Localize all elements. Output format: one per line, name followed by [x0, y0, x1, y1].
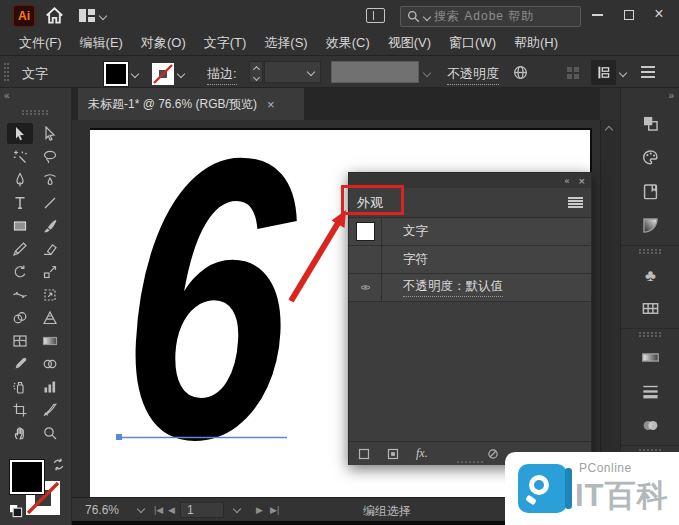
- swatches-book-panel-icon[interactable]: [635, 178, 665, 204]
- first-artboard-icon[interactable]: |◀: [154, 505, 163, 515]
- control-panel-menu-icon[interactable]: [641, 66, 655, 78]
- magic-wand-tool[interactable]: [7, 146, 33, 167]
- pen-tool[interactable]: [7, 169, 33, 190]
- arrange-documents-chevron-icon[interactable]: [99, 12, 107, 20]
- hand-tool[interactable]: [7, 422, 33, 443]
- default-fill-stroke-icon[interactable]: [8, 503, 23, 518]
- blend-tool[interactable]: [37, 353, 63, 374]
- document-tab-close-icon[interactable]: ×: [267, 97, 275, 112]
- panel-close-icon[interactable]: ×: [579, 175, 585, 187]
- search-scope-chevron-icon[interactable]: [423, 12, 431, 20]
- perspective-grid-tool[interactable]: [37, 307, 63, 328]
- artboard-tool[interactable]: [7, 399, 33, 420]
- swap-fill-stroke-icon[interactable]: [50, 456, 67, 473]
- gradient-bar-panel-icon[interactable]: [635, 344, 665, 370]
- menu-effect[interactable]: 效果(C): [317, 34, 379, 52]
- add-effect-icon[interactable]: fx.: [416, 446, 428, 461]
- menu-object[interactable]: 对象(O): [132, 34, 195, 52]
- direct-selection-tool[interactable]: [37, 123, 63, 144]
- new-stroke-icon[interactable]: [358, 448, 370, 460]
- last-artboard-icon[interactable]: ▶|: [270, 505, 279, 515]
- curvature-tool[interactable]: [37, 169, 63, 190]
- prev-artboard-icon[interactable]: ◀: [168, 505, 175, 515]
- rotate-tool[interactable]: [7, 261, 33, 282]
- document-layout-icon[interactable]: [366, 8, 385, 23]
- menu-select[interactable]: 选择(S): [255, 34, 316, 52]
- appearance-row-opacity[interactable]: 不透明度：默认值: [349, 274, 591, 302]
- zoom-chevron-icon[interactable]: [137, 505, 145, 513]
- stroke-weight-dropdown[interactable]: [264, 61, 321, 83]
- zoom-tool[interactable]: [37, 422, 63, 443]
- appearance-row-characters[interactable]: 字符: [349, 246, 591, 274]
- fill-color-swatch[interactable]: [104, 62, 128, 86]
- transparency-panel-icon[interactable]: [635, 412, 665, 438]
- vertical-scrollbar[interactable]: [600, 120, 620, 497]
- dock-collapse-icon[interactable]: »: [668, 90, 673, 101]
- watermark-brand: PConline: [579, 461, 632, 475]
- eyedropper-tool[interactable]: [7, 353, 33, 374]
- arrange-documents-icon[interactable]: [79, 9, 95, 22]
- artboard-number-box[interactable]: 1: [180, 502, 224, 518]
- help-search-input[interactable]: 搜索 Adobe 帮助: [400, 6, 581, 27]
- menu-file[interactable]: 文件(F): [10, 34, 71, 52]
- clear-appearance-icon[interactable]: [487, 448, 499, 460]
- appearance-row-text[interactable]: 文字: [349, 218, 591, 246]
- stroke-color-swatch[interactable]: [152, 63, 174, 85]
- home-icon[interactable]: [45, 6, 64, 25]
- stroke-weight-label[interactable]: 描边:: [207, 65, 237, 85]
- artboard-chevron-icon[interactable]: [233, 505, 241, 513]
- dock-separator: [621, 245, 679, 254]
- next-artboard-icon[interactable]: ▶: [256, 505, 263, 515]
- scale-tool[interactable]: [37, 261, 63, 282]
- shape-builder-tool[interactable]: [7, 307, 33, 328]
- opacity-link[interactable]: 不透明度: [447, 65, 499, 85]
- gradient-wedge-panel-icon[interactable]: [635, 212, 665, 238]
- gradient-tool[interactable]: [37, 330, 63, 351]
- selection-tool[interactable]: [7, 123, 33, 144]
- visibility-eye-icon[interactable]: [358, 282, 373, 293]
- lasso-tool[interactable]: [37, 146, 63, 167]
- document-tab-bar: 未标题-1* @ 76.6% (RGB/预览) ×: [72, 88, 600, 120]
- zoom-level[interactable]: 76.6%: [85, 503, 119, 517]
- panel-collapse-icon[interactable]: «: [565, 176, 569, 186]
- document-tab[interactable]: 未标题-1* @ 76.6% (RGB/预览) ×: [78, 88, 304, 120]
- stroke-lines-panel-icon[interactable]: [635, 378, 665, 404]
- close-button[interactable]: ×: [648, 4, 670, 24]
- control-bar-grip[interactable]: [4, 63, 9, 81]
- new-fill-icon[interactable]: [387, 448, 399, 460]
- text-fill-swatch[interactable]: [356, 222, 375, 241]
- symbols-panel-icon[interactable]: ♣: [635, 261, 665, 287]
- eraser-tool[interactable]: [37, 238, 63, 259]
- menu-help[interactable]: 帮助(H): [505, 34, 567, 52]
- swatch-grid-panel-icon[interactable]: [635, 295, 665, 321]
- menu-edit[interactable]: 编辑(E): [71, 34, 132, 52]
- panel-menu-icon[interactable]: [568, 197, 583, 208]
- recolor-artwork-icon[interactable]: [512, 64, 529, 81]
- menu-view[interactable]: 视图(V): [379, 34, 440, 52]
- pathfinder-panel-icon[interactable]: [635, 110, 665, 136]
- symbol-sprayer-tool[interactable]: [7, 376, 33, 397]
- rectangle-tool[interactable]: [7, 215, 33, 236]
- mesh-tool[interactable]: [7, 330, 33, 351]
- type-tool[interactable]: [7, 192, 33, 213]
- panel-resize-grip[interactable]: [457, 461, 483, 463]
- maximize-button[interactable]: [618, 5, 640, 25]
- minimize-button[interactable]: [586, 5, 608, 25]
- toolbar-fill-swatch[interactable]: [10, 460, 44, 494]
- menu-type[interactable]: 文字(T): [195, 34, 256, 52]
- line-segment-tool[interactable]: [37, 192, 63, 213]
- menu-window[interactable]: 窗口(W): [440, 34, 505, 52]
- toolbar-collapse-icon[interactable]: «: [4, 90, 9, 101]
- align-icon: [595, 64, 612, 81]
- paintbrush-tool[interactable]: [37, 215, 63, 236]
- width-tool[interactable]: [7, 284, 33, 305]
- align-panel-button[interactable]: [591, 60, 616, 85]
- color-palette-panel-icon[interactable]: [635, 144, 665, 170]
- toolbar-grip[interactable]: [22, 110, 48, 115]
- shaper-tool[interactable]: [7, 238, 33, 259]
- stroke-weight-stepper[interactable]: [249, 61, 263, 83]
- column-graph-tool[interactable]: [37, 376, 63, 397]
- appearance-row-label: 字符: [403, 251, 428, 268]
- free-transform-tool[interactable]: [37, 284, 63, 305]
- slice-tool[interactable]: [37, 399, 63, 420]
